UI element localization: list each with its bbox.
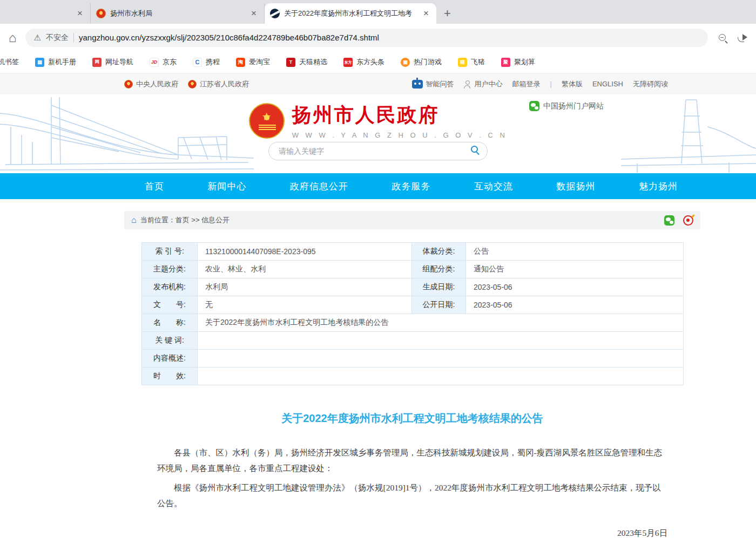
meta-label: 名 称: <box>142 314 198 332</box>
nav-charm-yangzhou[interactable]: 魅力扬州 <box>639 180 678 193</box>
link-label: 智能问答 <box>426 79 454 89</box>
close-tab-icon[interactable]: × <box>249 8 259 19</box>
wechat-icon <box>529 101 539 111</box>
traditional-chinese-link[interactable]: 繁体版 <box>562 79 583 89</box>
breadcrumb-home-icon[interactable]: ⌂ <box>131 216 137 224</box>
table-row: 文 号: 无 公开日期: 2023-05-06 <box>142 296 684 314</box>
meta-value-agency: 水利局 <box>198 278 412 296</box>
share-wechat-icon[interactable] <box>664 215 674 226</box>
tab-title: 关于2022年度扬州市水利工程文明工地考 <box>284 9 417 18</box>
bookmark-site-nav[interactable]: 网 网址导航 <box>92 57 133 67</box>
gov-emblem-icon: ★ <box>188 80 197 88</box>
url-field[interactable]: ⚠ 不安全 yangzhou.gov.cn/yzszxxgk/slj/20230… <box>25 29 708 47</box>
meta-value-keywords <box>198 332 684 350</box>
table-row: 主题分类: 农业、林业、水利 组配分类: 通知公告 <box>142 261 684 278</box>
nav-home[interactable]: 首页 <box>145 180 164 193</box>
link-label: 用户中心 <box>475 79 503 89</box>
bookmark-label: 聚划算 <box>514 57 535 67</box>
home-icon[interactable]: ⌂ <box>9 31 17 44</box>
share-icon[interactable] <box>738 34 747 42</box>
meta-label: 内容概述: <box>142 350 198 367</box>
tmall-icon: T <box>286 58 295 67</box>
divider: | <box>550 80 552 88</box>
robot-icon <box>412 80 423 88</box>
table-row: 时 效: <box>142 367 684 385</box>
meta-label: 关 键 词: <box>142 332 198 350</box>
address-bar: ⌂ ⚠ 不安全 yangzhou.gov.cn/yzszxxgk/slj/202… <box>0 24 756 51</box>
portal-link[interactable]: 中国扬州门户网站 <box>529 101 604 111</box>
link-label: 江苏省人民政府 <box>200 79 249 89</box>
site-title: 扬州市人民政府 <box>292 102 508 128</box>
new-tab-button[interactable]: + <box>436 6 458 24</box>
table-row: 名 称: 关于2022年度扬州市水利工程文明工地考核结果的公告 <box>142 314 684 332</box>
accessibility-link[interactable]: 无障碍阅读 <box>633 79 668 89</box>
gov-emblem-favicon-icon: ★ <box>96 9 106 18</box>
document-meta-table: 索 引 号: 11321000014407098E-2023-095 体裁分类:… <box>141 242 684 385</box>
bookmark-label: 携程 <box>206 57 220 67</box>
search-icon[interactable] <box>471 146 478 153</box>
nav-gov-services[interactable]: 政务服务 <box>392 180 431 193</box>
meta-value-doc-number: 无 <box>198 296 412 314</box>
english-link[interactable]: ENGLISH <box>592 80 623 88</box>
jiangsu-gov-link[interactable]: ★ 江苏省人民政府 <box>188 79 249 89</box>
close-tab-icon[interactable]: × <box>421 8 431 19</box>
gov-top-bar: ★ 中央人民政府 ★ 江苏省人民政府 智能问答 用户中心 邮箱登录 | 繁体版 … <box>0 73 756 94</box>
bookmark-tmall[interactable]: T 天猫精选 <box>286 57 327 67</box>
national-emblem-logo <box>249 103 285 139</box>
jd-icon: JD <box>150 58 159 67</box>
meta-value-title: 关于2022年度扬州市水利工程文明工地考核结果的公告 <box>198 314 684 332</box>
bookmark-games[interactable]: ▣ 热门游戏 <box>401 57 442 67</box>
bookmark-label: 飞猪 <box>471 57 485 67</box>
meta-value-index-number: 11321000014407098E-2023-095 <box>198 243 412 261</box>
tab-yangzhou-water-bureau[interactable]: ★ 扬州市水利局 × <box>91 3 265 24</box>
bookmark-taobao[interactable]: 淘 爱淘宝 <box>236 57 270 67</box>
central-gov-link[interactable]: ★ 中央人民政府 <box>124 79 178 89</box>
user-center-link[interactable]: 用户中心 <box>464 79 503 89</box>
share-weibo-icon[interactable] <box>683 215 693 226</box>
tab-active-announcement[interactable]: 关于2022年度扬州市水利工程文明工地考 × <box>265 3 436 24</box>
tab-title: 扬州市水利局 <box>110 9 245 18</box>
dongfang-icon: 东方 <box>343 58 353 67</box>
site-header-banner: 扬州市人民政府 W W W . Y A N G Z H O U . G O V … <box>0 94 756 173</box>
bookmark-label: 新机手册 <box>48 57 76 67</box>
browser-logo-icon <box>270 9 280 18</box>
not-secure-warning-icon[interactable]: ⚠ <box>34 33 41 43</box>
content-area: ⌂ 当前位置：首页 >> 信息公开 索 引 号: 113210000144070… <box>124 211 700 538</box>
link-label: ENGLISH <box>592 80 623 88</box>
fliggy-icon: 猪 <box>458 58 467 67</box>
bookmark-mobile[interactable]: 机书签 <box>0 57 19 67</box>
bookmark-juhuasuan[interactable]: 聚 聚划算 <box>501 57 535 67</box>
taobao-icon: 淘 <box>236 58 245 67</box>
close-tab-icon[interactable]: × <box>75 8 85 19</box>
zoom-out-icon[interactable] <box>719 34 726 41</box>
url-text[interactable]: yangzhou.gov.cn/yzszxxgk/slj/202305/210c… <box>79 33 379 42</box>
search-input[interactable] <box>268 142 488 160</box>
meta-label: 生成日期: <box>412 278 466 296</box>
main-nav: 首页 新闻中心 政府信息公开 政务服务 互动交流 数据扬州 魅力扬州 <box>0 173 756 199</box>
tab-partial[interactable]: × <box>0 3 91 24</box>
bookmark-ctrip[interactable]: C 携程 <box>193 57 220 67</box>
gov-emblem-icon: ★ <box>124 80 133 88</box>
nav-info-disclosure[interactable]: 政府信息公开 <box>290 180 348 193</box>
mail-login-link[interactable]: 邮箱登录 <box>512 79 541 89</box>
bookmark-manual[interactable]: ▤ 新机手册 <box>35 57 76 67</box>
bookmark-jd[interactable]: JD 京东 <box>150 57 177 67</box>
bookmark-label: 东方头条 <box>356 57 384 67</box>
meta-label: 体裁分类: <box>412 243 466 261</box>
smart-qa-link[interactable]: 智能问答 <box>412 79 454 89</box>
bookmarks-bar: 机书签 ▤ 新机手册 网 网址导航 JD 京东 C 携程 淘 爱淘宝 T 天猫精… <box>0 51 756 73</box>
games-icon: ▣ <box>401 58 410 67</box>
bookmark-dongfang[interactable]: 东方 东方头条 <box>343 57 384 67</box>
table-row: 发布机构: 水利局 生成日期: 2023-05-06 <box>142 278 684 296</box>
nav-data-yangzhou[interactable]: 数据扬州 <box>557 180 596 193</box>
meta-value-publish-date: 2023-05-06 <box>466 296 684 314</box>
nav-news[interactable]: 新闻中心 <box>208 180 247 193</box>
bookmark-label: 机书签 <box>0 57 19 67</box>
nav-interaction[interactable]: 互动交流 <box>474 180 513 193</box>
bookmark-label: 爱淘宝 <box>249 57 270 67</box>
person-icon <box>464 80 471 88</box>
breadcrumb-bar: ⌂ 当前位置：首页 >> 信息公开 <box>124 211 700 229</box>
bookmark-fliggy[interactable]: 猪 飞猪 <box>458 57 485 67</box>
meta-label: 公开日期: <box>412 296 466 314</box>
site-url-text: W W W . Y A N G Z H O U . G O V . C N <box>292 131 508 139</box>
